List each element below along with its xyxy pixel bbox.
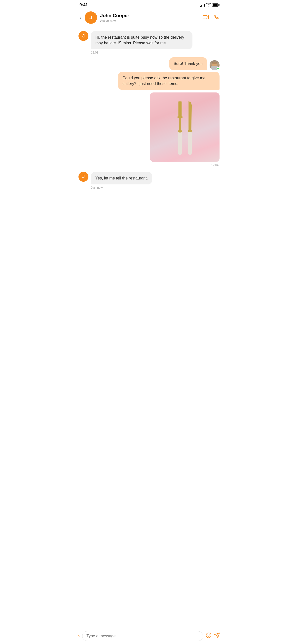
status-icons bbox=[200, 3, 219, 7]
signal-icon bbox=[200, 3, 205, 7]
svg-rect-5 bbox=[181, 102, 182, 117]
message-text: Hi, the restaurant is quite busy now so … bbox=[95, 35, 184, 45]
message-row: Sure! Thank you bbox=[78, 57, 220, 70]
contact-info: John Cooper Active now bbox=[100, 13, 203, 22]
chat-area: J Hi, the restaurant is quite busy now s… bbox=[75, 27, 223, 216]
message-text: Could you please ask the restaurant to g… bbox=[122, 76, 205, 86]
back-button[interactable]: ‹ bbox=[78, 14, 82, 22]
message-timestamp: Just now bbox=[91, 186, 220, 190]
message-text: Sure! Thank you bbox=[174, 62, 203, 66]
sent-bubble: Sure! Thank you bbox=[169, 57, 207, 70]
svg-rect-8 bbox=[178, 130, 182, 132]
user-avatar bbox=[210, 60, 220, 70]
status-time: 9:41 bbox=[79, 2, 88, 8]
message-text: Yes, let me tell the restaurant. bbox=[95, 176, 148, 180]
message-row: J Hi, the restaurant is quite busy now s… bbox=[78, 31, 220, 49]
header-actions bbox=[203, 14, 220, 21]
contact-name: John Cooper bbox=[100, 13, 203, 18]
battery-icon bbox=[212, 4, 219, 7]
svg-rect-2 bbox=[178, 102, 179, 117]
cutlery-image[interactable] bbox=[150, 92, 220, 162]
chat-header: ‹ J John Cooper Active now bbox=[75, 10, 223, 27]
status-bar: 9:41 bbox=[75, 0, 223, 10]
message-row: Could you please ask the restaurant to g… bbox=[78, 72, 220, 90]
svg-rect-10 bbox=[188, 130, 192, 132]
active-status: Active now bbox=[100, 19, 203, 22]
svg-rect-4 bbox=[180, 102, 181, 117]
wifi-icon bbox=[206, 3, 211, 7]
message-timestamp: 12:03 bbox=[91, 51, 220, 54]
sender-avatar: J bbox=[78, 172, 88, 182]
sender-avatar: J bbox=[78, 31, 88, 41]
image-message bbox=[150, 92, 220, 162]
svg-rect-1 bbox=[178, 131, 182, 155]
phone-call-icon[interactable] bbox=[214, 14, 220, 21]
video-call-icon[interactable] bbox=[203, 14, 209, 21]
message-group-sent: Could you please ask the restaurant to g… bbox=[78, 72, 220, 162]
received-bubble: Yes, let me tell the restaurant. bbox=[91, 172, 152, 184]
svg-rect-7 bbox=[179, 117, 181, 132]
message-row: J Yes, let me tell the restaurant. bbox=[78, 172, 220, 184]
message-timestamp: 12:04 bbox=[78, 163, 219, 167]
svg-rect-9 bbox=[188, 131, 192, 155]
svg-rect-0 bbox=[203, 15, 207, 19]
contact-avatar: J bbox=[85, 12, 97, 24]
svg-rect-3 bbox=[179, 102, 180, 117]
online-indicator bbox=[217, 67, 219, 70]
received-bubble: Hi, the restaurant is quite busy now so … bbox=[91, 31, 193, 49]
sent-bubble: Could you please ask the restaurant to g… bbox=[118, 72, 220, 90]
